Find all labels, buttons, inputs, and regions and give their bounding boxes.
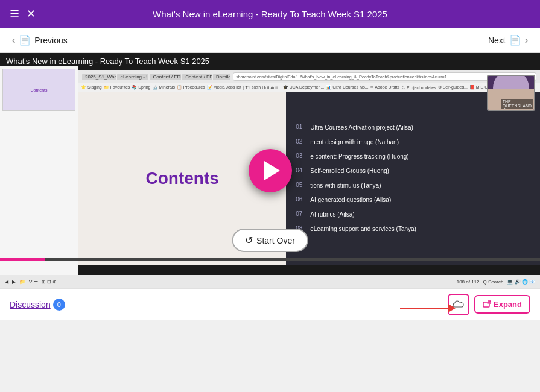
progress-bar-fill bbox=[0, 258, 45, 261]
slide-item-text: e content: Progress tracking (Huong) bbox=[310, 153, 408, 161]
slide-thumbnail-panel: Contents bbox=[0, 66, 78, 275]
slide-list-item: 02 ment design with image (Nathan) bbox=[296, 138, 530, 147]
browser-topbar: 2025_S1_What_New_in_eLearn... eLearning … bbox=[78, 70, 540, 83]
discussion-count-badge: 0 bbox=[53, 299, 65, 311]
video-title-overlay: What's New in eLearning - Ready To Teach… bbox=[0, 53, 215, 69]
next-label: Next bbox=[488, 36, 506, 45]
chevron-right-icon: › bbox=[525, 35, 528, 46]
slide-main-area: Contents 01 Ultra Courses Activation pro… bbox=[78, 92, 540, 265]
slide-item-text: Self-enrolled Groups (Huong) bbox=[310, 167, 389, 175]
slide-contents-title: Contents bbox=[145, 169, 218, 188]
right-actions: Expand bbox=[448, 294, 530, 315]
play-overlay[interactable] bbox=[249, 149, 292, 192]
annotation-arrow bbox=[400, 304, 456, 312]
presentation-area: 2025_S1_What_New_in_eLearn... eLearning … bbox=[78, 70, 540, 275]
browser-tab: Damilea Bulini bbox=[213, 74, 230, 80]
close-icon[interactable]: ✕ bbox=[27, 8, 36, 19]
slide-list-item: 08 eLearning support and services (Tanya… bbox=[296, 225, 530, 233]
browser-tab: 2025_S1_What_New_in_eLearn... bbox=[82, 74, 116, 80]
slide-item-text: ment design with image (Nathan) bbox=[310, 138, 399, 147]
discussion-link[interactable]: Discussion bbox=[10, 300, 51, 309]
document-icon-next: 📄 bbox=[509, 34, 521, 46]
document-icon-prev: 📄 bbox=[19, 34, 31, 46]
play-triangle-icon bbox=[264, 161, 280, 180]
browser-tab: eLearning - University of Que... bbox=[117, 74, 148, 80]
browser-tabs: 2025_S1_What_New_in_eLearn... eLearning … bbox=[82, 74, 230, 80]
next-button[interactable]: Next 📄 › bbox=[483, 32, 533, 48]
refresh-icon: ↺ bbox=[245, 235, 253, 246]
url-text: sharepoint.com/sites/DigitalEdu/.../What… bbox=[236, 75, 446, 79]
slide-right-panel: 01 Ultra Courses Activation project (Ail… bbox=[286, 92, 540, 265]
browser-bookmarks: ⭐ Staging 📁 Favourites 📚 Spring 🔬 Minera… bbox=[78, 83, 540, 92]
browser-tab: Content / EDPRTD Ultra G... bbox=[182, 74, 212, 80]
window-title: What's New in eLearning - Ready To Teach… bbox=[153, 9, 387, 19]
slide-list-item: 01 Ultra Courses Activation project (Ail… bbox=[296, 124, 530, 132]
slide-item-text: eLearning support and services (Tanya) bbox=[310, 225, 416, 233]
play-button[interactable] bbox=[249, 149, 292, 192]
chevron-left-icon: ‹ bbox=[12, 35, 15, 46]
slide-item-text: AI rubrics (Ailsa) bbox=[310, 210, 354, 219]
video-area: What's New in eLearning - Ready To Teach… bbox=[0, 53, 540, 288]
slide-item-text: AI generated questions (Ailsa) bbox=[310, 196, 391, 204]
previous-label: Previous bbox=[34, 36, 67, 45]
slide-item-text: Ultra Courses Activation project (Ailsa) bbox=[310, 124, 413, 132]
slide-item-number: 01 bbox=[296, 124, 305, 130]
slide-list-item: 07 AI rubrics (Ailsa) bbox=[296, 210, 530, 219]
slide-list-item: 05 tions with stimulus (Tanya) bbox=[296, 182, 530, 190]
expand-button[interactable]: Expand bbox=[474, 295, 530, 314]
expand-label: Expand bbox=[494, 300, 522, 309]
video-title-text: What's New in eLearning - Ready To Teach… bbox=[6, 57, 209, 66]
arrow-line bbox=[400, 308, 448, 309]
bottom-toolbar: Discussion 0 Expand bbox=[0, 288, 540, 320]
title-bar-controls: ☰ ✕ bbox=[10, 8, 36, 19]
slide-item-text: tions with stimulus (Tanya) bbox=[310, 182, 381, 190]
slide-list-item: 04 Self-enrolled Groups (Huong) bbox=[296, 167, 530, 175]
start-over-label: Start Over bbox=[256, 236, 295, 245]
slide-item-number: 02 bbox=[296, 138, 305, 145]
browser-tab: Content / EDPRTD Ultra Cou... bbox=[150, 74, 181, 80]
title-bar: ☰ ✕ What's New in eLearning - Ready To T… bbox=[0, 0, 540, 28]
arrow-head-icon bbox=[448, 304, 456, 312]
presenter-camera: THEQUEENSLAND bbox=[487, 75, 535, 111]
slide-item-number: 06 bbox=[296, 196, 305, 203]
slide-list-item: 03 e content: Progress tracking (Huong) bbox=[296, 153, 530, 161]
video-container: What's New in eLearning - Ready To Teach… bbox=[0, 53, 540, 288]
start-over-button[interactable]: ↺ Start Over bbox=[232, 229, 308, 252]
nav-bar: ‹ 📄 Previous Next 📄 › bbox=[0, 28, 540, 53]
slide-bottom-bar: ◀ ▶ 📁 V ☰ ⊞ ⊟ ⊕ 108 of 112 Q Search 💻 🔊 … bbox=[0, 275, 540, 288]
hamburger-icon[interactable]: ☰ bbox=[10, 8, 19, 19]
slide-list-item: 06 AI generated questions (Ailsa) bbox=[296, 196, 530, 204]
progress-bar-container[interactable] bbox=[0, 258, 540, 261]
slide-thumbnail[interactable]: Contents bbox=[2, 69, 75, 111]
uq-logo: THEQUEENSLAND bbox=[501, 99, 533, 109]
slide-item-number: 07 bbox=[296, 210, 305, 217]
previous-button[interactable]: ‹ 📄 Previous bbox=[7, 32, 72, 48]
slide-item-number: 04 bbox=[296, 167, 305, 174]
slide-item-number: 05 bbox=[296, 182, 305, 188]
slide-item-number: 03 bbox=[296, 153, 305, 159]
